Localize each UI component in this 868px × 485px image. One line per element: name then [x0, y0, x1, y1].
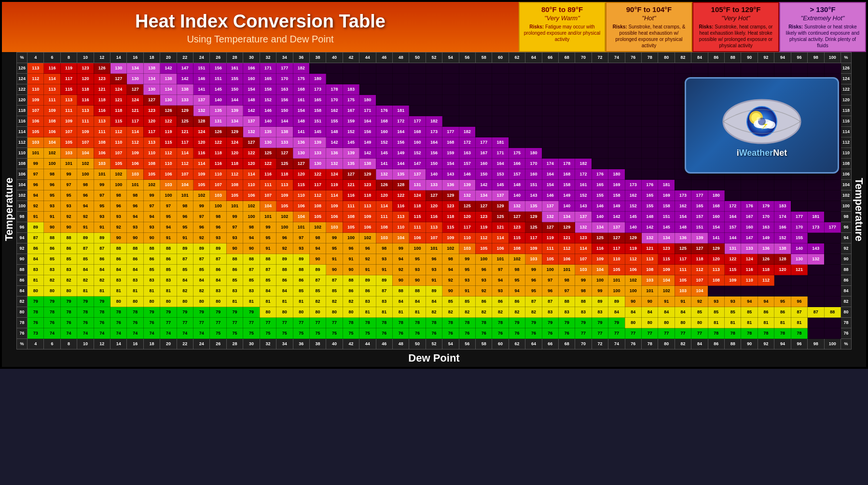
heat-index-cell: 129 — [177, 106, 193, 116]
heat-index-cell: 95 — [509, 275, 525, 286]
heat-index-cell: 82 — [94, 275, 110, 286]
heat-index-cell: 82 — [426, 307, 442, 318]
heat-index-cell: 93 — [44, 201, 60, 212]
heat-index-cell: 96 — [193, 222, 210, 233]
heat-index-cell — [691, 180, 708, 190]
heat-index-cell: 172 — [392, 116, 409, 127]
heat-index-cell: 100 — [110, 180, 127, 190]
heat-index-cell — [725, 190, 741, 201]
heat-index-cell: 109 — [592, 254, 608, 265]
heat-index-cell: 77 — [276, 318, 293, 328]
heat-index-cell: 181 — [392, 106, 409, 116]
heat-index-cell: 110 — [160, 159, 177, 169]
heat-index-cell: 93 — [725, 296, 741, 307]
heat-index-cell: 86 — [509, 296, 525, 307]
heat-index-cell: 173 — [625, 180, 641, 190]
heat-index-cell: 74 — [160, 328, 177, 339]
heat-index-cell: 77 — [193, 318, 210, 328]
heat-index-cell: 101 — [559, 265, 575, 275]
heat-index-cell: 112 — [160, 148, 177, 159]
heat-index-cell: 89 — [276, 254, 293, 265]
temperature-row-label: 96 — [17, 222, 28, 233]
heat-index-cell: 109 — [77, 127, 94, 137]
heat-index-cell: 173 — [808, 222, 824, 233]
heat-index-cell — [658, 159, 675, 169]
heat-index-cell: 160 — [475, 159, 492, 169]
dew-point-header: 74 — [608, 53, 625, 63]
heat-index-cell: 79 — [44, 296, 60, 307]
heat-index-cell: 88 — [127, 243, 143, 254]
heat-index-cell: 137 — [542, 201, 558, 212]
heat-index-cell: 148 — [243, 95, 260, 106]
heat-index-cell: 181 — [492, 137, 509, 148]
heat-index-cell: 120 — [426, 201, 442, 212]
heat-index-cell: 110 — [110, 137, 127, 148]
heat-index-cell: 157 — [725, 222, 741, 233]
heat-index-cell: 114 — [243, 169, 260, 180]
heat-index-cell — [442, 116, 459, 127]
heat-index-cell: 170 — [326, 95, 343, 106]
heat-index-cell: 164 — [492, 159, 509, 169]
heat-index-cell: 99 — [459, 254, 475, 265]
heat-index-cell: 144 — [725, 233, 741, 243]
heat-index-cell: 96 — [525, 275, 542, 286]
heat-index-cell: 105 — [226, 190, 243, 201]
heat-index-cell: 80 — [658, 318, 675, 328]
heat-index-cell: 80 — [177, 296, 193, 307]
heat-index-cell: 94 — [160, 222, 177, 233]
heat-index-cell: 110 — [741, 275, 758, 286]
heat-index-cell: 119 — [160, 127, 177, 137]
heat-index-cell: 120 — [376, 190, 392, 201]
heat-index-cell: 109 — [359, 212, 376, 222]
heat-index-cell: 98 — [309, 233, 326, 243]
heat-index-cell: 125 — [592, 233, 608, 243]
heat-index-cell: 82 — [309, 296, 326, 307]
heat-index-cell: 127 — [243, 137, 260, 148]
heat-index-cell — [658, 116, 675, 127]
heat-index-cell — [525, 84, 542, 95]
heat-index-cell: 117 — [60, 74, 77, 84]
heat-index-cell: 138 — [276, 127, 293, 137]
heat-index-cell — [774, 275, 791, 286]
heat-index-cell: 145 — [210, 84, 226, 95]
heat-index-cell: 92 — [110, 222, 127, 233]
heat-index-cell: 88 — [243, 254, 260, 265]
temperature-row-label-right: 98 — [841, 212, 852, 222]
heat-index-cell: 112 — [177, 159, 193, 169]
heat-index-cell — [625, 63, 641, 74]
heat-index-cell: 157 — [691, 212, 708, 222]
heat-index-cell: 82 — [525, 307, 542, 318]
heat-index-cell: 91 — [28, 212, 44, 222]
heat-index-cell: 100 — [608, 286, 625, 296]
heat-index-cell: 105 — [276, 201, 293, 212]
heat-index-cell: 134 — [658, 233, 675, 243]
table-row: 9286868687878888888889898990909192939495… — [17, 243, 852, 254]
heat-index-cell: 83 — [559, 307, 575, 318]
heat-index-cell: 158 — [309, 106, 326, 116]
dew-point-footer: 64 — [525, 339, 542, 350]
heat-index-cell: 88 — [559, 296, 575, 307]
heat-index-cell: 136 — [293, 137, 309, 148]
heat-index-cell: 74 — [127, 328, 143, 339]
heat-index-cell: 79 — [77, 296, 94, 307]
temperature-row-label-right: 90 — [841, 254, 852, 265]
heat-index-cell: 118 — [758, 265, 774, 275]
temperature-row-label-right: 88 — [841, 265, 852, 275]
heat-index-cell — [791, 63, 807, 74]
heat-index-cell: 93 — [376, 254, 392, 265]
heat-index-cell: 97 — [293, 233, 309, 243]
heat-index-cell: 86 — [276, 275, 293, 286]
dew-point-header: 76 — [625, 53, 641, 63]
dew-point-footer: 98 — [808, 339, 824, 350]
heat-index-cell: 83 — [243, 286, 260, 296]
heat-index-cell: 74 — [44, 328, 60, 339]
heat-index-cell: 148 — [326, 127, 343, 137]
heat-index-cell — [442, 63, 459, 74]
heat-index-cell: 81 — [110, 286, 127, 296]
heat-index-cell: 88 — [392, 286, 409, 296]
heat-index-cell — [525, 106, 542, 116]
heat-index-cell: 146 — [542, 190, 558, 201]
dew-point-footer: 52 — [426, 339, 442, 350]
heat-index-cell — [758, 286, 774, 296]
heat-index-cell — [658, 106, 675, 116]
